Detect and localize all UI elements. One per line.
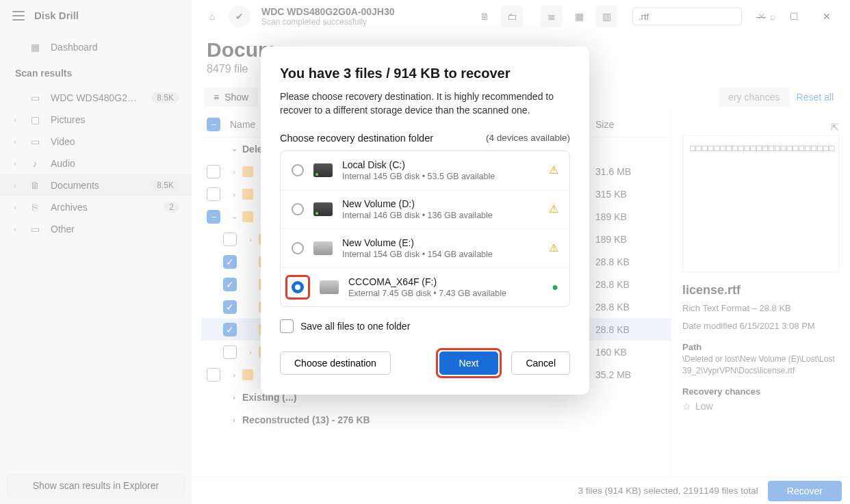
cancel-button[interactable]: Cancel xyxy=(511,352,570,375)
destination-item[interactable]: CCCOMA_X64F (F:)External 7.45 GB disk • … xyxy=(281,268,569,306)
modal-title: You have 3 files / 914 KB to recover xyxy=(280,66,570,81)
next-button[interactable]: Next xyxy=(439,352,499,375)
disk-icon xyxy=(313,202,333,216)
disk-icon xyxy=(313,241,333,255)
check-circle-icon: ● xyxy=(552,281,558,293)
destination-list: Local Disk (C:)Internal 145 GB disk • 53… xyxy=(280,150,570,307)
modal-description: Please choose recovery destination. It i… xyxy=(280,90,570,118)
devices-available: (4 devices available) xyxy=(486,133,570,143)
save-all-label: Save all files to one folder xyxy=(300,321,410,332)
radio-input[interactable] xyxy=(292,281,304,293)
modal-overlay: You have 3 files / 914 KB to recover Ple… xyxy=(0,0,850,504)
destination-item[interactable]: New Volume (E:)Internal 154 GB disk • 15… xyxy=(281,229,569,268)
save-all-checkbox[interactable] xyxy=(280,319,294,333)
destination-item[interactable]: New Volume (D:)Internal 146 GB disk • 13… xyxy=(281,190,569,229)
next-button-highlight: Next xyxy=(436,348,502,378)
radio-input[interactable] xyxy=(292,164,304,176)
disk-icon xyxy=(320,280,339,294)
warning-icon: ⚠ xyxy=(549,241,558,254)
radio-input[interactable] xyxy=(292,203,304,215)
destination-label: Choose recovery destination folder xyxy=(280,133,433,144)
warning-icon: ⚠ xyxy=(549,202,558,215)
disk-icon xyxy=(313,163,333,177)
radio-input[interactable] xyxy=(292,242,304,254)
choose-destination-button[interactable]: Choose destination xyxy=(280,352,391,375)
destination-item[interactable]: Local Disk (C:)Internal 145 GB disk • 53… xyxy=(281,151,569,190)
warning-icon: ⚠ xyxy=(549,163,558,176)
recovery-destination-modal: You have 3 files / 914 KB to recover Ple… xyxy=(261,47,589,395)
